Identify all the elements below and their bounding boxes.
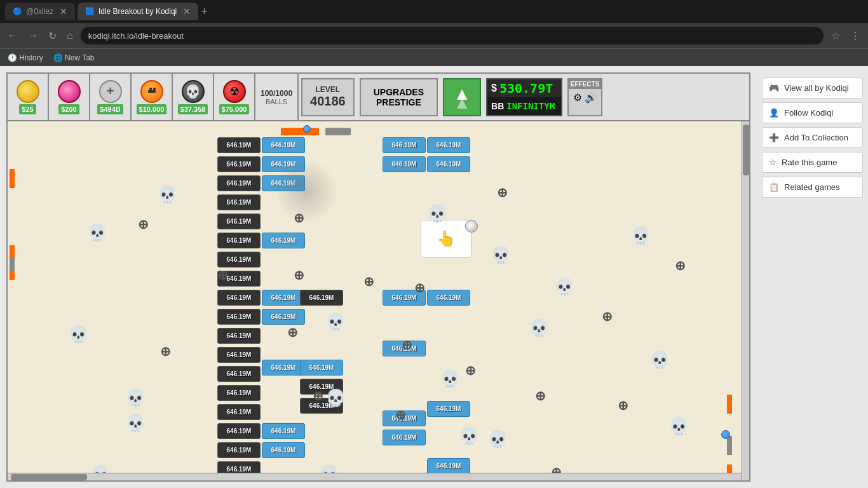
- plus-11: ⊕: [395, 407, 406, 423]
- skull-1: 💀: [87, 223, 107, 243]
- ball-button-nuclear[interactable]: ☢ $75.000: [214, 74, 255, 120]
- related-games-icon: 📋: [769, 182, 779, 192]
- bookmark-newtab[interactable]: 🌐 New Tab: [53, 53, 95, 62]
- block-dark-12: 646.19M: [217, 347, 261, 363]
- skull-21: 💀: [529, 318, 549, 338]
- bookmark-history[interactable]: 🕐 History: [8, 53, 43, 62]
- currency-bottom: BB INFINITYM: [487, 97, 561, 115]
- skull-9: 💀: [325, 312, 346, 332]
- menu-button[interactable]: ⋮: [848, 27, 863, 44]
- tab-close-1[interactable]: ✕: [60, 6, 67, 17]
- related-games-button[interactable]: 📋 Related games: [762, 177, 863, 198]
- block-dark-col3-1: 646.19M: [300, 290, 343, 306]
- gray-bar-1: [10, 258, 15, 271]
- rate-game-label: Rate this game: [782, 158, 837, 167]
- sound-icon[interactable]: 🔊: [585, 92, 597, 104]
- upgrades-prestige-button[interactable]: UPGRADES PRESTIGE: [360, 78, 438, 116]
- ball-count-value: 100/1000: [261, 89, 292, 98]
- block-dark-4: 646.19M: [217, 194, 261, 210]
- new-tab-button[interactable]: +: [201, 5, 208, 18]
- back-button[interactable]: ←: [5, 27, 20, 44]
- tooltip-hand: 👆: [421, 220, 471, 258]
- ball-top-1: [303, 125, 311, 133]
- related-games-label: Related games: [784, 182, 839, 192]
- ball-button-skull[interactable]: 💀 $37.358: [173, 74, 214, 120]
- block-dark-10: 646.19M: [217, 309, 261, 325]
- vertical-scrollbar-thumb[interactable]: [743, 125, 749, 175]
- skull-22: 💀: [554, 277, 574, 297]
- tab-idle-breakout[interactable]: 🟦 Idle Breakout by Kodiqi ✕: [78, 3, 198, 20]
- tab-0xilez[interactable]: 🔵 @0xilez ✕: [5, 3, 75, 20]
- ball-button-orange[interactable]: $10.000: [132, 74, 173, 120]
- game-area: $25 $200 + $494B $10.000 💀: [6, 72, 750, 482]
- orange-progress-bar: [281, 128, 319, 135]
- orange-bar-right-2: [727, 436, 732, 455]
- skull-28: 💀: [668, 417, 689, 437]
- plus-19: ⊕: [618, 398, 628, 413]
- skull-5: 💀: [125, 414, 146, 433]
- skull-11: 💀: [319, 464, 339, 473]
- add-collection-button[interactable]: ➕ Add To Collection: [762, 127, 863, 148]
- tab-favicon-1: 🔵: [13, 7, 22, 16]
- refresh-button[interactable]: ↻: [46, 27, 59, 44]
- block-blue-far-5: 646.19M: [427, 458, 470, 473]
- block-blue-far-4: 646.19M: [427, 401, 470, 417]
- plus-9: ⊕: [414, 280, 425, 295]
- ball-cost-orange: $10.000: [137, 104, 167, 114]
- ball-count-display: 100/1000 BALLS: [255, 74, 299, 120]
- skull-4: 💀: [125, 388, 146, 408]
- prestige-up-arrow2: ▲: [453, 98, 471, 109]
- orange-bar-2: [10, 245, 15, 258]
- address-bar[interactable]: kodiqi.itch.io/idle-breakout: [81, 27, 824, 44]
- ball-button-yellow[interactable]: $25: [8, 74, 49, 120]
- plus-10: ⊕: [402, 337, 412, 353]
- currency-display: $ 530.79T BB INFINITYM: [486, 78, 562, 116]
- nav-bar: ← → ↻ ⌂ kodiqi.itch.io/idle-breakout ☆ ⋮: [0, 23, 868, 48]
- rate-game-button[interactable]: ☆ Rate this game: [762, 152, 863, 173]
- tab-bar: 🔵 @0xilez ✕ 🟦 Idle Breakout by Kodiqi ✕ …: [0, 0, 868, 23]
- currency-symbol: $: [491, 83, 497, 94]
- gray-progress-bar: [325, 128, 351, 135]
- view-all-icon: 🎮: [769, 83, 779, 93]
- forward-button[interactable]: →: [25, 27, 41, 44]
- bookmark-history-label: History: [19, 53, 43, 62]
- plus-5: ⊕: [294, 268, 304, 283]
- skull-26: 💀: [649, 350, 670, 370]
- orange-bar-1: [10, 169, 15, 188]
- horizontal-scrollbar[interactable]: [8, 473, 742, 480]
- block-blue-1: 646.19M: [262, 137, 305, 153]
- tab-label-2: Idle Breakout by Kodiqi: [98, 7, 177, 16]
- currency-amount: 530.79T: [499, 81, 553, 96]
- block-dark-1: 646.19M: [217, 137, 261, 153]
- follow-icon: 👤: [769, 108, 779, 118]
- plus-6: ⊕: [287, 325, 298, 340]
- bookmark-bar: 🕐 History 🌐 New Tab: [0, 48, 868, 66]
- game-topbar: $25 $200 + $494B $10.000 💀: [8, 74, 749, 121]
- follow-button[interactable]: 👤 Follow Kodiqi: [762, 102, 863, 123]
- view-all-button[interactable]: 🎮 View all by Kodiqi: [762, 78, 863, 98]
- horizontal-scrollbar-thumb[interactable]: [11, 474, 87, 480]
- tab-close-2[interactable]: ✕: [183, 6, 191, 17]
- browser-chrome: 🔵 @0xilez ✕ 🟦 Idle Breakout by Kodiqi ✕ …: [0, 0, 868, 66]
- game-field[interactable]: 646.19M 646.19M 646.19M 646.19M 646.19M …: [8, 121, 742, 473]
- skull-20: 💀: [491, 245, 511, 265]
- settings-icon[interactable]: ⚙: [573, 92, 582, 104]
- block-dark-14: 646.19M: [217, 385, 261, 401]
- block-dark-5: 646.19M: [217, 214, 261, 229]
- follow-label: Follow Kodiqi: [784, 108, 833, 118]
- ball-cost-plus: $494B: [97, 104, 123, 114]
- bb-label: BB: [491, 101, 504, 111]
- plus-12: ⊕: [465, 363, 476, 378]
- ball-button-plus[interactable]: + $494B: [90, 74, 132, 120]
- ball-icon-plus: +: [99, 80, 122, 103]
- bookmark-button[interactable]: ☆: [829, 27, 843, 44]
- ball-button-pink[interactable]: $200: [49, 74, 90, 120]
- vertical-scrollbar[interactable]: [742, 121, 749, 480]
- block-dark-16: 646.19M: [217, 423, 261, 439]
- currency-top: $ 530.79T: [487, 79, 561, 97]
- block-dark-9: 646.19M: [217, 290, 261, 306]
- prestige-arrow-button[interactable]: ▲ ▲: [443, 78, 481, 116]
- skull-14: 💀: [427, 204, 447, 224]
- tab-favicon-2: 🟦: [85, 7, 95, 16]
- home-button[interactable]: ⌂: [64, 27, 76, 44]
